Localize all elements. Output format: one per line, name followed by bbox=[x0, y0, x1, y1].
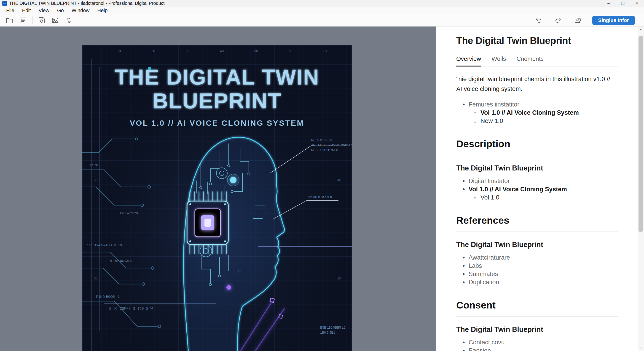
svg-text:B5B 110 0BB5 L5: B5B 110 0BB5 L5 bbox=[320, 326, 345, 329]
close-button[interactable]: ✕ bbox=[630, 0, 644, 7]
svg-text:BMMS B10 58F5: BMMS B10 58F5 bbox=[308, 195, 332, 199]
section-references: References The Digital Twin Blueprint Aw… bbox=[456, 215, 618, 286]
toolbar: Singius Infor bbox=[0, 14, 644, 26]
list-item: Vol 1.0 // AI Voice Cloning System bbox=[456, 185, 618, 193]
list-item: Vol 1.0 bbox=[456, 193, 618, 202]
poster-page: 10 20 30 40 50 60 70 60 60 40 10 THE DIG… bbox=[82, 45, 352, 351]
svg-text:60: 60 bbox=[94, 276, 98, 280]
overview-list: Femures iinstatitor Vol 1.0 // AI Voice … bbox=[456, 100, 618, 125]
menu-bar: File Edit View Go Window Help bbox=[0, 7, 644, 14]
svg-text:P1KD B0O5 =1: P1KD B0O5 =1 bbox=[96, 295, 120, 299]
svg-text:8D 7B: 8D 7B bbox=[89, 163, 98, 167]
tab-woils[interactable]: Woils bbox=[492, 55, 506, 66]
svg-text:40: 40 bbox=[337, 178, 341, 182]
section-heading: Description bbox=[456, 138, 618, 149]
outline-list-icon[interactable] bbox=[18, 16, 28, 25]
save-icon[interactable] bbox=[36, 16, 47, 25]
signature-icon[interactable] bbox=[573, 16, 583, 25]
list-item: Labs bbox=[456, 262, 618, 270]
replace-pages-icon[interactable] bbox=[64, 16, 74, 25]
title-bar: EVI THE DIGITAL TWIN BLUEPRINT - Iladcta… bbox=[0, 0, 644, 7]
svg-text:20: 20 bbox=[152, 49, 155, 53]
svg-text:OLE–LOC8: OLE–LOC8 bbox=[120, 211, 138, 215]
panel-title: The Digital Twin Blueprint bbox=[456, 35, 618, 46]
list-item: Contact covu bbox=[456, 338, 618, 347]
section-subheading: The Digital Twin Blueprint bbox=[456, 164, 618, 172]
toolbar-divider bbox=[32, 16, 33, 24]
section-divider bbox=[456, 232, 618, 232]
list-item: Eansion bbox=[456, 347, 618, 351]
panel-scrollbar[interactable]: ⌃ ⌄ bbox=[638, 26, 644, 351]
svg-text:70: 70 bbox=[323, 49, 327, 53]
svg-text:AR5 MLB5B7M55M 7WB1CS. N0: AR5 MLB5B7M55M 7WB1CS. N0 bbox=[311, 143, 352, 147]
open-folder-icon[interactable] bbox=[4, 16, 15, 25]
menu-edit[interactable]: Edit bbox=[18, 7, 34, 13]
section-divider bbox=[456, 155, 618, 155]
poster-subtitle: VOL 1.0 // AI VOICE CLONING SYSTEM bbox=[130, 119, 304, 127]
singius-infor-button[interactable]: Singius Infor bbox=[592, 16, 635, 25]
tab-cnoments[interactable]: Cnoments bbox=[516, 55, 544, 66]
svg-text:10: 10 bbox=[337, 276, 341, 280]
svg-text:THE DIGITAL TWIN: THE DIGITAL TWIN bbox=[114, 65, 320, 89]
section-consent: Consent The Digital Twin Blueprint Conta… bbox=[456, 300, 618, 351]
svg-text:B1 5P 8UC5 3: B1 5P 8UC5 3 bbox=[110, 259, 132, 263]
list-item: Femures iinstatitor bbox=[456, 100, 618, 108]
list-item: Duplication bbox=[456, 278, 618, 286]
svg-text:B IO COMFE 3 ICE'S W: B IO COMFE 3 ICE'S W bbox=[109, 307, 153, 311]
scrollbar-thumb[interactable] bbox=[638, 36, 643, 232]
window-title: THE DIGITAL TWIN BLUEPRINT - Iladctarono… bbox=[9, 1, 164, 6]
list-item: New 1.0 bbox=[456, 117, 618, 125]
svg-text:1E1TB–0E–A0 1B1 E0: 1E1TB–0E–A0 1B1 E0 bbox=[87, 243, 122, 247]
poster-illustration: 10 20 30 40 50 60 70 60 60 40 10 THE DIG… bbox=[82, 45, 352, 351]
menu-file[interactable]: File bbox=[2, 7, 18, 13]
section-subheading: The Digital Twin Blueprint bbox=[456, 326, 618, 334]
svg-text:NB55 B10-L23: NB55 B10-L23 bbox=[311, 138, 332, 142]
section-heading: References bbox=[456, 215, 618, 226]
list-item: Awattciraturare bbox=[456, 253, 618, 262]
svg-text:60: 60 bbox=[288, 49, 292, 53]
menu-view[interactable]: View bbox=[34, 7, 53, 13]
menu-help[interactable]: Help bbox=[93, 7, 111, 13]
restore-button[interactable]: ❐ bbox=[616, 0, 630, 7]
svg-text:60: 60 bbox=[94, 178, 98, 182]
list-item: Digital Imstator bbox=[456, 177, 618, 185]
tab-overview[interactable]: Overview bbox=[456, 55, 481, 66]
section-heading: Consent bbox=[456, 300, 618, 311]
details-panel: The Digital Twin Blueprint Overview Woil… bbox=[436, 26, 638, 351]
scroll-down-arrow[interactable]: ⌄ bbox=[638, 343, 644, 351]
svg-text:10: 10 bbox=[117, 49, 121, 53]
svg-text:30: 30 bbox=[186, 49, 190, 53]
tabs-divider bbox=[456, 66, 618, 67]
app-icon: EVI bbox=[2, 1, 7, 6]
image-edit-icon[interactable] bbox=[50, 16, 60, 25]
document-canvas: 10 20 30 40 50 60 70 60 60 40 10 THE DIG… bbox=[0, 26, 436, 351]
undo-icon[interactable] bbox=[533, 16, 544, 25]
svg-text:1B0 5 5B1: 1B0 5 5B1 bbox=[320, 331, 335, 334]
menu-go[interactable]: Go bbox=[53, 7, 68, 13]
panel-tabs: Overview Woils Cnoments bbox=[456, 55, 618, 66]
svg-text:BLUEPRINT: BLUEPRINT bbox=[152, 89, 282, 113]
svg-text:40: 40 bbox=[220, 49, 224, 53]
minimize-button[interactable]: – bbox=[602, 0, 616, 7]
section-divider bbox=[456, 316, 618, 317]
list-item: Summates bbox=[456, 270, 618, 278]
list-item: Vol 1.0 // AI Voice Cloning System bbox=[456, 108, 618, 117]
svg-text:50: 50 bbox=[254, 49, 258, 53]
menu-window[interactable]: Window bbox=[68, 7, 93, 13]
section-description: Description The Digital Twin Blueprint D… bbox=[456, 138, 618, 202]
scroll-up-arrow[interactable]: ⌃ bbox=[638, 26, 644, 34]
redo-icon[interactable] bbox=[553, 16, 564, 25]
overview-paragraph: "nie digital twin blueprint chemts in th… bbox=[456, 74, 612, 94]
section-subheading: The Digital Twin Blueprint bbox=[456, 241, 618, 249]
svg-text:M9B5 E2B5B7MB1: M9B5 E2B5B7MB1 bbox=[311, 148, 339, 152]
